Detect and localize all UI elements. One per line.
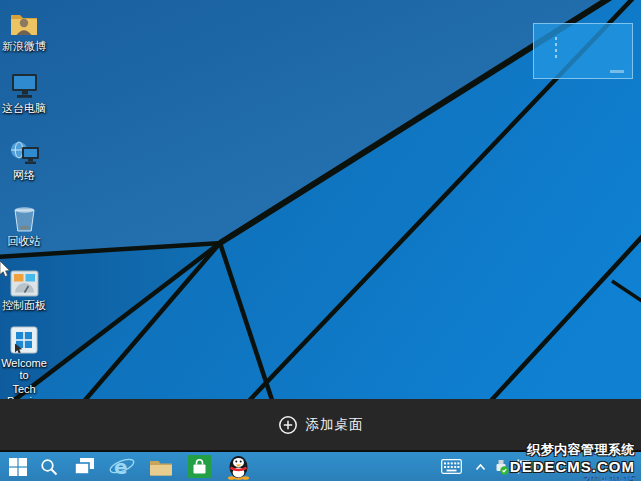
keyboard-icon: [441, 459, 462, 474]
task-view-icon: [74, 457, 95, 476]
desktop-icon-label: 控制面板: [0, 299, 48, 311]
qq-button[interactable]: [224, 452, 252, 481]
desktop-icon-label: Welcome to: [0, 357, 48, 381]
show-hidden-icons-button[interactable]: [472, 452, 488, 481]
desktop-icon-recycle-bin[interactable]: 回收站: [0, 200, 48, 247]
user-folder-icon: [0, 5, 48, 38]
desktop-icon-label: 这台电脑: [0, 102, 48, 114]
ie-icon: e: [108, 455, 136, 479]
svg-text:e: e: [114, 455, 128, 479]
windows-welcome-icon: [0, 322, 48, 355]
desktop-icon-label: 新浪微博: [0, 40, 48, 52]
desktop-icon-welcome-tech-preview[interactable]: Welcome to Tech Previ...: [0, 322, 48, 407]
flag-icon: [516, 459, 531, 474]
file-explorer-button[interactable]: [147, 452, 175, 481]
chevron-up-icon: [475, 463, 486, 471]
touch-keyboard-button[interactable]: [438, 452, 464, 481]
plus-circle-icon: [278, 415, 298, 435]
taskbar: e: [0, 452, 641, 481]
add-desktop-label: 添加桌面: [306, 416, 364, 434]
add-desktop-button[interactable]: 添加桌面: [278, 415, 364, 435]
store-button[interactable]: [185, 452, 213, 481]
task-view-bar: 添加桌面: [0, 399, 641, 452]
search-icon: [40, 458, 58, 476]
desktop-icon-label: 网络: [0, 169, 48, 181]
usb-check-icon: [493, 459, 509, 475]
windows-logo-icon: [9, 458, 27, 476]
action-center-button[interactable]: [513, 452, 533, 481]
desktop-icon-network[interactable]: 网络: [0, 134, 48, 181]
start-button[interactable]: [4, 452, 32, 481]
desktop-icon-label: 回收站: [0, 235, 48, 247]
this-pc-icon: [0, 67, 48, 100]
store-bag-icon: [188, 455, 211, 478]
folder-icon: [149, 457, 173, 477]
recycle-bin-icon: [0, 200, 48, 233]
search-button[interactable]: [35, 452, 63, 481]
internet-explorer-button[interactable]: e: [108, 452, 136, 481]
network-icon: [0, 134, 48, 167]
desktop-icon-this-pc[interactable]: 这台电脑: [0, 67, 48, 114]
desktop-icon-weibo-folder[interactable]: 新浪微博: [0, 5, 48, 52]
qq-penguin-icon: [227, 454, 250, 480]
safely-remove-hardware-button[interactable]: [491, 452, 511, 481]
thumbnail-watermark-mark: [610, 70, 624, 73]
desktop-thumbnail[interactable]: [533, 23, 633, 79]
thumbnail-icons-mark: [555, 37, 557, 61]
windows-task-view-screen: 新浪微博 这台电脑 网络: [0, 0, 641, 481]
mouse-cursor: [0, 261, 12, 278]
task-view-button[interactable]: [70, 452, 98, 481]
